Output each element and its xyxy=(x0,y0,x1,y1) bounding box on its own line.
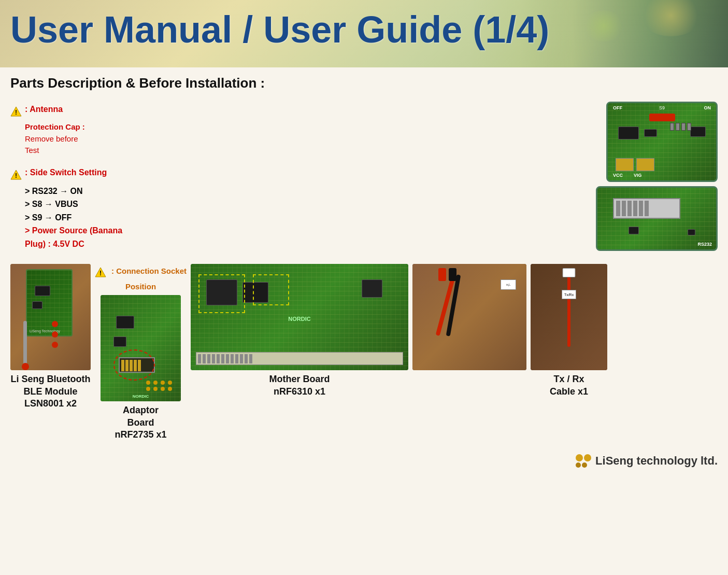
d2 xyxy=(153,381,158,385)
motherboard-caption: Mother Board nRF6310 x1 xyxy=(269,373,330,398)
small-chip-2 xyxy=(688,229,695,235)
ble-chip-1 xyxy=(35,286,50,296)
mb-p2 xyxy=(203,354,206,363)
txrx-cable-wire xyxy=(567,274,570,347)
connection-socket-annotation: ! : Connection Socket Position xyxy=(95,267,187,291)
d1 xyxy=(146,381,150,385)
antenna-annotation: ! : Antenna Protection Cap : Remove befo… xyxy=(10,102,269,160)
side-switch-ann-line: ! : Side Switch Setting xyxy=(10,168,269,183)
board-top-image: OFF ON S9 xyxy=(606,102,718,182)
page-title: User Manual / User Guide (1/4) xyxy=(0,0,728,55)
switch-line4: > Power Source (Banana xyxy=(25,224,269,237)
switch-off-label: OFF xyxy=(613,105,622,110)
side-switch-ann-title: : Side Switch Setting xyxy=(25,168,107,177)
pin-3 xyxy=(627,201,632,216)
mb-p4 xyxy=(212,354,215,363)
socket-warning-icon: ! xyxy=(95,267,106,280)
d5 xyxy=(146,387,150,391)
txrx-label-2: Cable x1 xyxy=(550,386,588,398)
banana-plug-black xyxy=(449,268,456,281)
mb-p11 xyxy=(245,354,248,363)
switch-line5: Plug) : 4.5V DC xyxy=(25,237,269,251)
rs232-label: RS232 xyxy=(697,242,712,247)
mb-p12 xyxy=(249,354,252,363)
pin-2 xyxy=(622,201,626,216)
pin-1 xyxy=(616,201,620,216)
txrx-label-1: Tx / Rx xyxy=(550,373,588,385)
banana-plug-red xyxy=(438,268,446,281)
ble-label-2: BLE Module xyxy=(11,386,91,398)
switch-line1: > RS232 → ON xyxy=(25,185,269,198)
small-chip-1 xyxy=(629,227,639,234)
pin-5 xyxy=(639,201,643,216)
cap-1 xyxy=(670,123,674,131)
ble-label-3: LSN8001 x2 xyxy=(11,398,91,410)
socket-ann-text2: Position xyxy=(125,282,156,291)
logo-row-1 xyxy=(576,454,591,461)
txrx-tag: Tx/Rx xyxy=(562,290,576,299)
adapter-chip-2 xyxy=(113,336,126,347)
ble-label-1: Li Seng Bluetooth xyxy=(11,373,91,385)
nordic-label: NORDIC xyxy=(133,394,149,399)
txrx-col: Tx/Rx Tx / Rx Cable x1 xyxy=(531,264,607,398)
logo-dot-4 xyxy=(582,462,587,468)
mb-p6 xyxy=(221,354,224,363)
adapter-label-1: Adaptor xyxy=(115,404,166,416)
logo-dot-1 xyxy=(576,454,583,461)
mb-p8 xyxy=(231,354,234,363)
d7 xyxy=(161,387,165,391)
cable-col: +/- xyxy=(412,264,526,370)
ble-pcb: LiSeng Technology xyxy=(26,269,73,336)
mb-p3 xyxy=(207,354,210,363)
txrx-image: Tx/Rx xyxy=(531,264,607,370)
connector-slot xyxy=(613,198,680,219)
adapter-col: ! : Connection Socket Position xyxy=(95,264,187,441)
left-annotations-area: ! : Antenna Protection Cap : Remove befo… xyxy=(10,102,269,254)
connector-vig xyxy=(636,158,654,171)
products-image-row: LiSeng Technology Li Seng Bluetooth BLE … xyxy=(10,264,718,441)
antenna-line1: Protection Cap : xyxy=(25,121,269,133)
d4 xyxy=(168,381,172,385)
chip-2 xyxy=(644,129,657,137)
side-switch-warning-icon: ! xyxy=(10,169,22,183)
socket-ann-line: ! : Connection Socket xyxy=(95,267,187,280)
liseng-logo: LiSeng technology ltd. xyxy=(576,454,718,468)
antenna-line2: Remove before xyxy=(25,133,269,145)
adapter-label-3: nRF2735 x1 xyxy=(115,429,166,441)
d6 xyxy=(153,387,158,391)
mb-nordic-label: NORDIC xyxy=(288,316,310,322)
mb-p1 xyxy=(198,354,201,363)
antenna-warning-icon: ! xyxy=(10,106,22,119)
logo-dot-3 xyxy=(576,462,581,468)
adapter-caption: Adaptor Board nRF2735 x1 xyxy=(115,404,166,441)
pin-4 xyxy=(633,201,637,216)
chip-1 xyxy=(618,127,639,139)
mb-label-2: nRF6310 x1 xyxy=(269,386,330,398)
mb-label-1: Mother Board xyxy=(269,373,330,385)
ble-module-col: LiSeng Technology Li Seng Bluetooth BLE … xyxy=(10,264,91,410)
antenna-line3: Test xyxy=(25,145,269,157)
antenna-ann-line: ! : Antenna xyxy=(10,105,269,119)
chip-3 xyxy=(690,127,706,137)
ble-chip-2 xyxy=(32,301,42,309)
vig-label: VIG xyxy=(634,173,642,178)
antenna-ann-details: Protection Cap : Remove before Test xyxy=(25,121,269,157)
board-inner-2: RS232 xyxy=(596,186,718,251)
logo-row-2 xyxy=(576,462,591,468)
side-switch-annotation: ! : Side Switch Setting > RS232 → ON > S… xyxy=(10,165,269,254)
antenna-cable xyxy=(23,321,27,368)
connector-vcc xyxy=(616,158,634,171)
ble-module-caption: Li Seng Bluetooth BLE Module LSN8001 x2 xyxy=(11,373,91,410)
s9-label: S9 xyxy=(659,105,665,110)
switch-on-label: ON xyxy=(704,105,711,110)
mb-ic-3 xyxy=(362,279,382,298)
yellow-indicator-1 xyxy=(198,274,245,313)
adapter-label-2: Board xyxy=(115,417,166,429)
side-switch-details: > RS232 → ON > S8 → VBUS > S9 → OFF > Po… xyxy=(25,185,269,251)
mb-p5 xyxy=(217,354,220,363)
logo-dot-2 xyxy=(584,454,591,461)
cap-2 xyxy=(676,123,680,131)
svg-text:!: ! xyxy=(15,109,17,116)
txrx-caption: Tx / Rx Cable x1 xyxy=(550,373,588,398)
board-bottom-image: RS232 xyxy=(596,186,718,251)
